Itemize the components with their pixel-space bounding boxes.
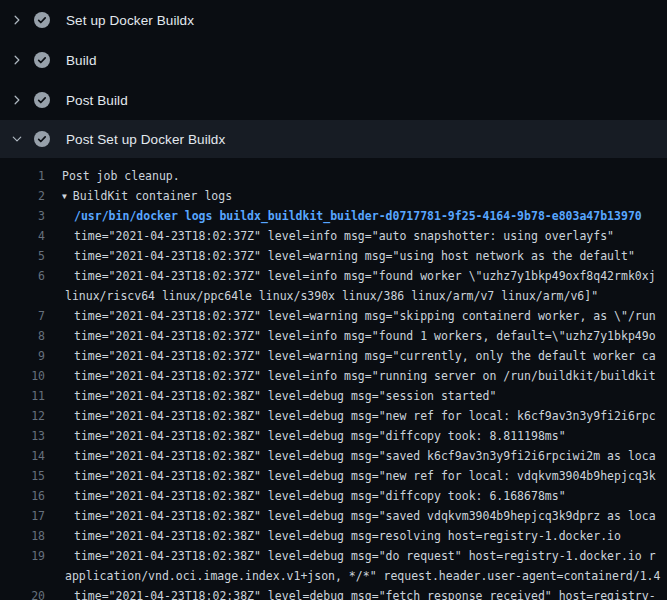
log-line: 11 time="2021-04-23T18:02:38Z" level=deb… [0,386,667,406]
line-number[interactable]: 20 [0,586,45,600]
line-number[interactable]: 8 [0,326,45,346]
line-number[interactable]: 3 [0,206,45,226]
log-line: 12 time="2021-04-23T18:02:38Z" level=deb… [0,406,667,426]
line-number[interactable]: 6 [0,266,45,286]
log-line-wrap: linux/riscv64 linux/ppc64le linux/s390x … [0,286,667,306]
log-text: time="2021-04-23T18:02:37Z" level=info m… [45,366,656,386]
log-line: 7 time="2021-04-23T18:02:37Z" level=warn… [0,306,667,326]
step-title: Post Set up Docker Buildx [66,132,225,147]
line-number[interactable]: 17 [0,506,45,526]
log-line-command: 3 /usr/bin/docker logs buildx_buildkit_b… [0,206,667,226]
log-line: 10 time="2021-04-23T18:02:37Z" level=inf… [0,366,667,386]
log-text: time="2021-04-23T18:02:37Z" level=info m… [45,226,614,246]
log-text: time="2021-04-23T18:02:38Z" level=debug … [45,506,656,526]
log-line: 9 time="2021-04-23T18:02:37Z" level=warn… [0,346,667,366]
line-number[interactable] [0,286,45,306]
line-number[interactable]: 19 [0,546,45,566]
log-text: time="2021-04-23T18:02:38Z" level=debug … [45,586,656,600]
check-circle-icon [34,131,50,147]
step-title: Set up Docker Buildx [66,13,194,28]
log-line: 4 time="2021-04-23T18:02:37Z" level=info… [0,226,667,246]
log-line: 20 time="2021-04-23T18:02:38Z" level=deb… [0,586,667,600]
log-text: time="2021-04-23T18:02:37Z" level=info m… [45,266,656,286]
log-text: /usr/bin/docker logs buildx_buildkit_bui… [45,206,642,226]
line-number[interactable]: 18 [0,526,45,546]
step-title: Post Build [66,93,128,108]
log-text: time="2021-04-23T18:02:38Z" level=debug … [45,406,656,426]
log-text: time="2021-04-23T18:02:38Z" level=debug … [45,466,656,486]
line-number[interactable]: 16 [0,486,45,506]
check-circle-icon [34,12,50,28]
log-text: time="2021-04-23T18:02:38Z" level=debug … [45,546,656,566]
log-text: application/vnd.oci.image.index.v1+json,… [45,566,660,586]
log-line: 13 time="2021-04-23T18:02:38Z" level=deb… [0,426,667,446]
step-list: Set up Docker Buildx Build Post Build [0,0,667,158]
log-text: ▼BuildKit container logs [45,186,232,206]
log-text: time="2021-04-23T18:02:37Z" level=warnin… [45,306,656,326]
chevron-down-icon [10,132,24,146]
line-number[interactable]: 10 [0,366,45,386]
log-text: time="2021-04-23T18:02:37Z" level=warnin… [45,346,656,366]
step-header-build[interactable]: Build [0,40,667,80]
log-line: 19 time="2021-04-23T18:02:38Z" level=deb… [0,546,667,566]
group-label[interactable]: BuildKit container logs [73,189,232,203]
line-number[interactable]: 5 [0,246,45,266]
step-title: Build [66,53,97,68]
line-number[interactable]: 15 [0,466,45,486]
group-collapse-triangle-icon[interactable]: ▼ [62,187,67,206]
log-text: time="2021-04-23T18:02:38Z" level=debug … [45,426,566,446]
log-text: time="2021-04-23T18:02:38Z" level=debug … [45,526,621,546]
log-text: time="2021-04-23T18:02:37Z" level=info m… [45,326,656,346]
log-line: 15 time="2021-04-23T18:02:38Z" level=deb… [0,466,667,486]
check-circle-icon [34,92,50,108]
log-group-header: 2 ▼BuildKit container logs [0,186,667,206]
line-number[interactable]: 7 [0,306,45,326]
line-number[interactable]: 11 [0,386,45,406]
check-circle-icon [34,52,50,68]
line-number[interactable]: 13 [0,426,45,446]
chevron-right-icon [10,93,24,107]
line-number[interactable]: 2 [0,186,45,206]
log-text: time="2021-04-23T18:02:38Z" level=debug … [45,446,656,466]
log-text: linux/riscv64 linux/ppc64le linux/s390x … [45,286,598,306]
line-number[interactable]: 12 [0,406,45,426]
step-header-post-build[interactable]: Post Build [0,80,667,120]
log-line: 18 time="2021-04-23T18:02:38Z" level=deb… [0,526,667,546]
log-text: Post job cleanup. [45,166,180,186]
log-line: 6 time="2021-04-23T18:02:37Z" level=info… [0,266,667,286]
step-header-set-up-docker-buildx[interactable]: Set up Docker Buildx [0,0,667,40]
log-line: 14 time="2021-04-23T18:02:38Z" level=deb… [0,446,667,466]
log-text: time="2021-04-23T18:02:37Z" level=warnin… [45,246,635,266]
line-number[interactable] [0,566,45,586]
log-line: 8 time="2021-04-23T18:02:37Z" level=info… [0,326,667,346]
line-number[interactable]: 9 [0,346,45,366]
chevron-right-icon [10,13,24,27]
log-line: 16 time="2021-04-23T18:02:38Z" level=deb… [0,486,667,506]
log-line-wrap: application/vnd.oci.image.index.v1+json,… [0,566,667,586]
step-header-post-set-up-docker-buildx[interactable]: Post Set up Docker Buildx [0,120,667,158]
log-line: 17 time="2021-04-23T18:02:38Z" level=deb… [0,506,667,526]
log-text: time="2021-04-23T18:02:38Z" level=debug … [45,386,496,406]
line-number[interactable]: 1 [0,166,45,186]
log-line: 1 Post job cleanup. [0,166,667,186]
log-viewer: 1 Post job cleanup. 2 ▼BuildKit containe… [0,158,667,600]
log-text: time="2021-04-23T18:02:38Z" level=debug … [45,486,566,506]
line-number[interactable]: 14 [0,446,45,466]
chevron-right-icon [10,53,24,67]
log-line: 5 time="2021-04-23T18:02:37Z" level=warn… [0,246,667,266]
line-number[interactable]: 4 [0,226,45,246]
